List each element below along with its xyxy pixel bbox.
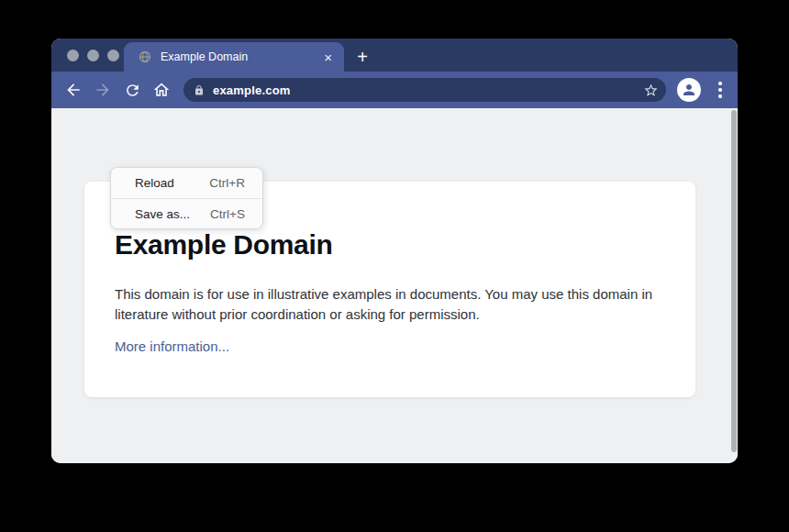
back-button[interactable]: [59, 75, 88, 105]
address-bar[interactable]: example.com: [183, 78, 666, 102]
zoom-window-button[interactable]: [107, 50, 119, 61]
more-information-link[interactable]: More information...: [115, 338, 229, 354]
page-title: Example Domain: [115, 229, 665, 260]
reload-icon: [124, 82, 141, 99]
new-tab-button[interactable]: +: [349, 42, 376, 72]
home-button[interactable]: [147, 75, 176, 105]
lock-icon: [194, 84, 205, 96]
kebab-dot: [718, 82, 722, 85]
forward-arrow-icon: [94, 81, 112, 99]
menu-item-shortcut: Ctrl+R: [209, 176, 245, 190]
kebab-dot: [718, 94, 722, 98]
minimize-window-button[interactable]: [87, 50, 99, 61]
browser-menu-button[interactable]: [712, 75, 728, 105]
tab-strip: Example Domain × +: [51, 39, 738, 72]
profile-button[interactable]: [677, 78, 701, 102]
menu-item-label: Reload: [135, 176, 174, 190]
window-controls: [67, 50, 119, 61]
page-scrollbar[interactable]: [731, 110, 737, 452]
home-icon: [152, 81, 171, 99]
tab-example-domain[interactable]: Example Domain ×: [124, 42, 344, 72]
context-menu: Reload Ctrl+R Save as... Ctrl+S: [110, 167, 263, 229]
globe-favicon-icon: [139, 50, 151, 63]
page-body-text: This domain is for use in illustrative e…: [115, 284, 654, 325]
tab-title: Example Domain: [161, 50, 324, 63]
tab-close-icon[interactable]: ×: [324, 50, 332, 64]
context-menu-item-save-as[interactable]: Save as... Ctrl+S: [111, 198, 262, 228]
profile-avatar-icon: [681, 82, 697, 98]
reload-button[interactable]: [117, 75, 147, 105]
kebab-dot: [718, 88, 722, 92]
close-window-button[interactable]: [67, 50, 79, 61]
menu-item-shortcut: Ctrl+S: [210, 207, 245, 221]
back-arrow-icon: [64, 81, 83, 99]
navigation-toolbar: example.com: [51, 72, 738, 108]
context-menu-item-reload[interactable]: Reload Ctrl+R: [111, 168, 262, 198]
menu-item-label: Save as...: [135, 207, 190, 221]
url-text: example.com: [213, 83, 643, 97]
forward-button[interactable]: [88, 75, 117, 105]
bookmark-star-icon[interactable]: [643, 83, 659, 98]
browser-window: Example Domain × +: [51, 39, 738, 463]
page-viewport: Example Domain This domain is for use in…: [51, 108, 738, 463]
